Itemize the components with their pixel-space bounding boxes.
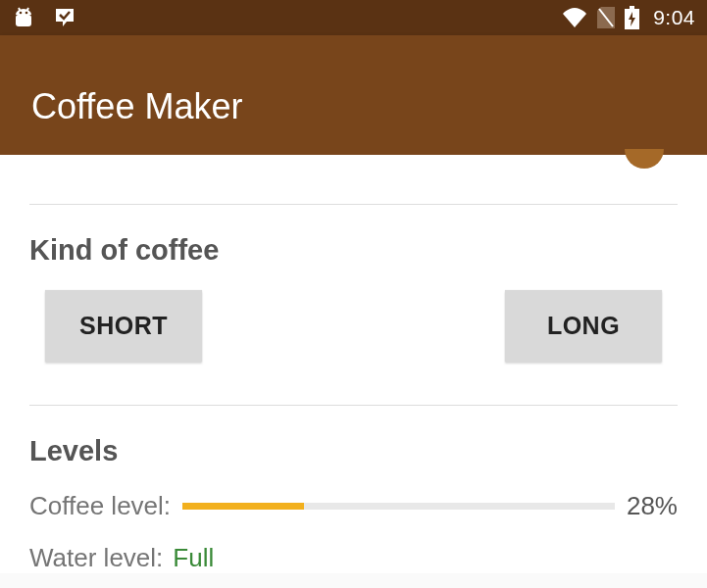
coffee-level-label: Coffee level: — [29, 491, 171, 521]
battery-charging-icon — [625, 6, 639, 29]
content: Kind of coffee SHORT LONG Levels Coffee … — [0, 155, 707, 573]
status-clock: 9:04 — [653, 6, 695, 29]
checkmark-badge-icon — [53, 6, 76, 29]
svg-rect-0 — [16, 15, 31, 26]
coffee-level-percent: 28% — [627, 491, 678, 521]
short-button[interactable]: SHORT — [45, 290, 202, 362]
status-bar: 9:04 — [0, 0, 707, 35]
svg-point-4 — [25, 12, 28, 15]
divider — [29, 405, 678, 406]
wifi-icon — [562, 8, 587, 27]
svg-rect-7 — [630, 6, 634, 9]
section-title-kind: Kind of coffee — [29, 234, 678, 267]
water-level-row: Water level: Full — [29, 543, 678, 573]
no-sim-icon — [597, 7, 615, 28]
android-head-icon — [12, 7, 35, 28]
status-left — [12, 6, 76, 29]
kind-buttons-row: SHORT LONG — [29, 290, 678, 405]
water-level-value: Full — [173, 543, 214, 573]
page-title: Coffee Maker — [31, 86, 242, 127]
svg-point-3 — [20, 12, 23, 15]
section-title-levels: Levels — [29, 435, 678, 467]
long-button[interactable]: LONG — [505, 290, 662, 362]
coffee-level-progress-fill — [182, 503, 303, 510]
status-right: 9:04 — [562, 6, 695, 29]
divider — [29, 204, 678, 205]
app-bar: Coffee Maker — [0, 35, 707, 155]
coffee-level-row: Coffee level: 28% — [29, 491, 678, 521]
coffee-level-progress — [182, 503, 615, 510]
water-level-label: Water level: — [29, 543, 163, 573]
